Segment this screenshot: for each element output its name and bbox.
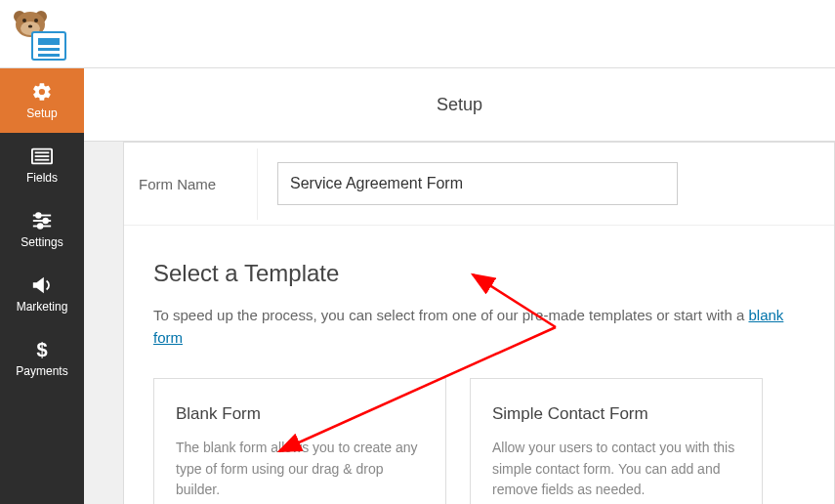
template-intro-text: To speed up the process, you can select … (153, 307, 748, 323)
svg-point-12 (36, 213, 41, 218)
template-card-simple-contact[interactable]: Simple Contact Form Allow your users to … (470, 378, 763, 504)
template-card-title: Blank Form (176, 404, 424, 424)
sidebar-label-fields: Fields (26, 171, 58, 185)
svg-point-6 (28, 24, 32, 27)
sidebar-item-marketing[interactable]: Marketing (0, 262, 84, 326)
svg-point-4 (22, 19, 26, 22)
template-grid: Blank Form The blank form allows you to … (153, 378, 805, 504)
main-area: Setup Form Name Select a Template To spe… (84, 68, 835, 504)
gear-icon (31, 82, 53, 102)
bullhorn-icon (31, 275, 53, 295)
svg-point-14 (43, 218, 48, 223)
sidebar: Setup Fields Settings Marketing $ Paymen… (0, 68, 84, 504)
form-name-label: Form Name (124, 148, 258, 220)
template-card-desc: Allow your users to contact you with thi… (492, 438, 740, 501)
sidebar-item-settings[interactable]: Settings (0, 197, 84, 262)
sliders-icon (31, 211, 53, 231)
sidebar-item-payments[interactable]: $ Payments (0, 326, 84, 391)
template-card-blank-form[interactable]: Blank Form The blank form allows you to … (153, 378, 446, 504)
template-card-title: Simple Contact Form (492, 404, 740, 424)
template-section: Select a Template To speed up the proces… (124, 226, 834, 504)
form-panel: Form Name Select a Template To speed up … (123, 142, 835, 504)
page-title-bar: Setup (84, 68, 835, 142)
form-name-row: Form Name (124, 143, 834, 226)
template-intro: To speed up the process, you can select … (153, 305, 805, 349)
list-icon (31, 147, 53, 166)
svg-point-5 (34, 19, 38, 22)
form-name-input[interactable] (277, 162, 678, 205)
sidebar-label-settings: Settings (21, 235, 63, 249)
sidebar-label-payments: Payments (16, 364, 67, 378)
page-title: Setup (437, 95, 482, 115)
sidebar-label-setup: Setup (26, 106, 57, 120)
dollar-icon: $ (31, 340, 53, 359)
svg-point-16 (38, 224, 43, 229)
top-bar (0, 0, 835, 68)
sidebar-item-fields[interactable]: Fields (0, 133, 84, 197)
form-card-icon (31, 31, 66, 61)
logo (10, 7, 68, 61)
sidebar-item-setup[interactable]: Setup (0, 68, 84, 133)
template-card-desc: The blank form allows you to create any … (176, 438, 424, 501)
sidebar-label-marketing: Marketing (17, 300, 68, 314)
template-heading: Select a Template (153, 260, 805, 287)
svg-text:$: $ (36, 339, 47, 360)
